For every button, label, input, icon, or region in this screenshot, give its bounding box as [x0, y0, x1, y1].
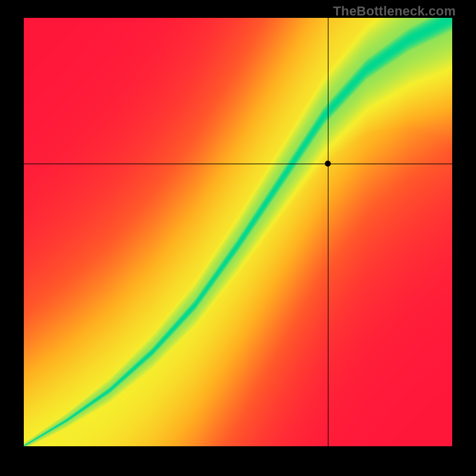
watermark-label: TheBottleneck.com — [333, 4, 456, 19]
heatmap-plot — [24, 18, 452, 446]
chart-frame: TheBottleneck.com — [0, 0, 476, 476]
heatmap-canvas — [24, 18, 452, 446]
